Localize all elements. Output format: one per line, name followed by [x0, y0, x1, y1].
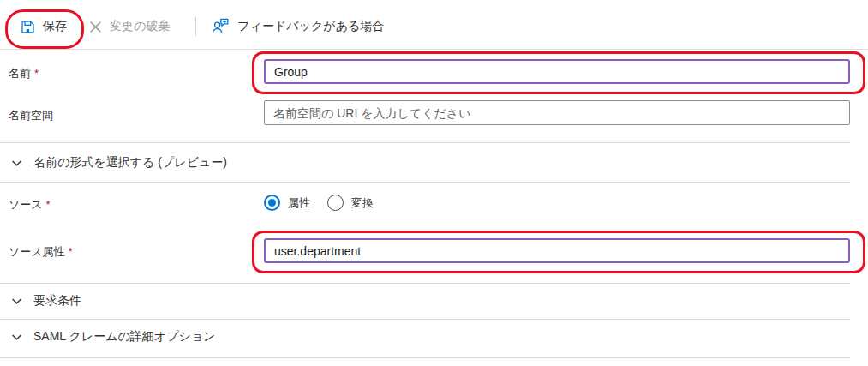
feedback-button[interactable]: フィードバックがある場合 [212, 18, 384, 35]
section-name-format-title: 名前の形式を選択する (プレビュー) [33, 155, 227, 171]
radio-transformation-label: 変換 [351, 195, 374, 211]
save-icon [21, 20, 35, 34]
chevron-down-icon [11, 332, 22, 343]
save-label: 保存 [43, 19, 67, 34]
namespace-field-label: 名前空間 [9, 108, 53, 123]
command-bar: 保存 変更の破棄 フィードバックがある場合 [15, 10, 384, 43]
radio-attribute[interactable]: 属性 [264, 195, 310, 211]
radio-transformation[interactable]: 変換 [327, 195, 374, 211]
dismiss-x-icon [89, 21, 102, 33]
radio-circle [264, 195, 280, 211]
divider [0, 182, 850, 183]
section-claim-conditions-title: 要求条件 [33, 293, 81, 309]
toolbar-separator [195, 17, 196, 36]
section-saml-advanced-options[interactable]: SAML クレームの詳細オプション [0, 324, 850, 350]
save-button[interactable]: 保存 [21, 19, 67, 34]
source-radio-group: 属性 変換 [264, 195, 382, 211]
source-attribute-input[interactable] [264, 238, 850, 263]
section-saml-advanced-options-title: SAML クレームの詳細オプション [33, 329, 215, 345]
discard-changes-label: 変更の破棄 [110, 19, 170, 34]
name-input[interactable] [264, 59, 850, 84]
name-field-label: 名前* [9, 66, 39, 81]
required-asterisk: * [46, 198, 51, 211]
divider [0, 319, 850, 320]
feedback-label: フィードバックがある場合 [237, 19, 384, 34]
divider [0, 357, 850, 358]
divider [0, 283, 850, 284]
chevron-down-icon [11, 296, 22, 307]
section-name-format[interactable]: 名前の形式を選択する (プレビュー) [0, 150, 850, 176]
divider [0, 142, 850, 143]
source-attribute-field-label: ソース属性* [9, 244, 73, 260]
discard-changes-button[interactable]: 変更の破棄 [89, 19, 170, 34]
namespace-input[interactable] [264, 100, 850, 125]
required-asterisk: * [69, 245, 73, 258]
section-claim-conditions[interactable]: 要求条件 [0, 288, 850, 314]
chevron-down-icon [11, 158, 22, 169]
required-asterisk: * [34, 67, 39, 80]
radio-attribute-label: 属性 [288, 195, 310, 211]
radio-circle [327, 195, 344, 211]
person-feedback-icon [212, 18, 230, 35]
toolbar-divider [0, 49, 868, 50]
source-field-label: ソース* [9, 197, 51, 213]
